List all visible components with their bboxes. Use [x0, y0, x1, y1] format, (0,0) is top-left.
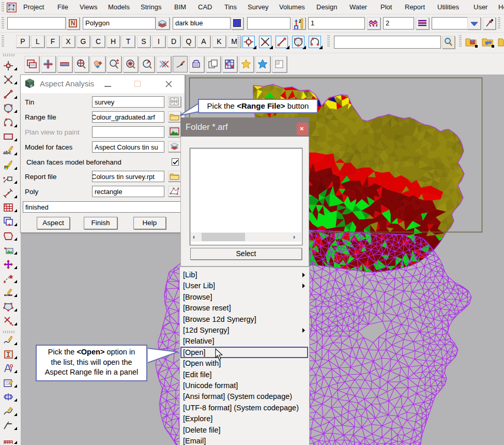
- svg-text:abc: abc: [3, 150, 11, 155]
- svg-text:d: d: [30, 84, 32, 87]
